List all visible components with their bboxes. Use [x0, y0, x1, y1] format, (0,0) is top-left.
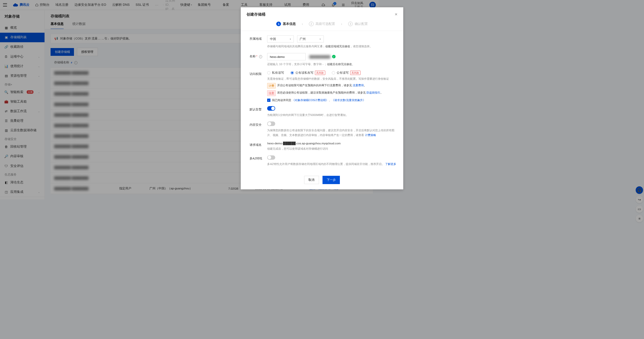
region-city-select[interactable]: 广州▼: [297, 35, 324, 43]
modal-title: 创建存储桶: [247, 12, 265, 17]
risk-tag: 高风险: [315, 71, 325, 75]
region-country-select[interactable]: 中国▼: [267, 35, 294, 43]
name-suffix: - ██████████: [307, 55, 330, 58]
check-ok-icon: ✓: [332, 55, 336, 58]
step-3: 3确认配置: [348, 22, 368, 26]
step-1: 1基本信息: [276, 22, 296, 26]
name-label: 名称* i: [250, 53, 267, 58]
maz-label: 多AZ特性: [250, 155, 267, 161]
chevron-right-icon: ›: [341, 22, 342, 26]
surge-doc-link[interactable]: 《请求次数/流量突然飙升》: [332, 99, 366, 102]
request-domain: hexo-demo-██████.cos.ap-guangzhou.myqclo…: [267, 142, 379, 145]
security-switch[interactable]: [267, 121, 275, 126]
anti-theft-link[interactable]: 防盗刷指引: [367, 91, 379, 94]
agree-checkbox[interactable]: ✓ 我已阅读并同意 《对象存储桶COS计费说明》、《请求次数/流量突然飙升》: [267, 98, 379, 102]
perm-label: 访问权限: [250, 71, 267, 76]
billing-policy-link[interactable]: 计费策略: [365, 134, 376, 137]
chevron-right-icon: ›: [302, 22, 303, 26]
cost-doc-link[interactable]: 《对象存储桶COS计费说明》: [292, 99, 329, 102]
next-button[interactable]: 下一步: [323, 176, 340, 184]
modal-overlay: 创建存储桶 × 1基本信息 › 2高级可选配置 › 3确认配置 所属地域 中国▼…: [0, 0, 379, 199]
chevron-down-icon: ▼: [290, 38, 291, 40]
step-2: 2高级可选配置: [309, 22, 335, 26]
cancel-button[interactable]: 取消: [304, 176, 319, 184]
checkbox-checked-icon: ✓: [267, 99, 270, 102]
traffic-fee-link[interactable]: 流量费用: [353, 84, 364, 87]
cost-tag: 计费: [267, 83, 275, 89]
bucket-name-input[interactable]: [267, 53, 306, 60]
perm-private[interactable]: 私有读写: [267, 71, 284, 75]
create-bucket-modal: 创建存储桶 × 1基本信息 › 2高级可选配置 › 3确认配置 所属地域 中国▼…: [241, 7, 379, 189]
security-label: 内容安全: [250, 121, 267, 127]
note-tag: 注意: [267, 90, 275, 96]
alarm-label: 默认告警: [250, 106, 267, 111]
perm-public-rw[interactable]: 公有读写高风险: [332, 71, 360, 75]
perm-public-read[interactable]: 公有读私有写高风险: [291, 71, 325, 75]
alarm-switch[interactable]: [267, 106, 275, 111]
region-label: 所属地域: [250, 35, 267, 41]
help-icon[interactable]: i: [259, 55, 262, 58]
risk-tag: 高风险: [350, 71, 360, 75]
chevron-down-icon: ▼: [319, 38, 321, 40]
domain-label: 请求域名: [250, 142, 267, 147]
maz-switch[interactable]: [267, 155, 275, 160]
